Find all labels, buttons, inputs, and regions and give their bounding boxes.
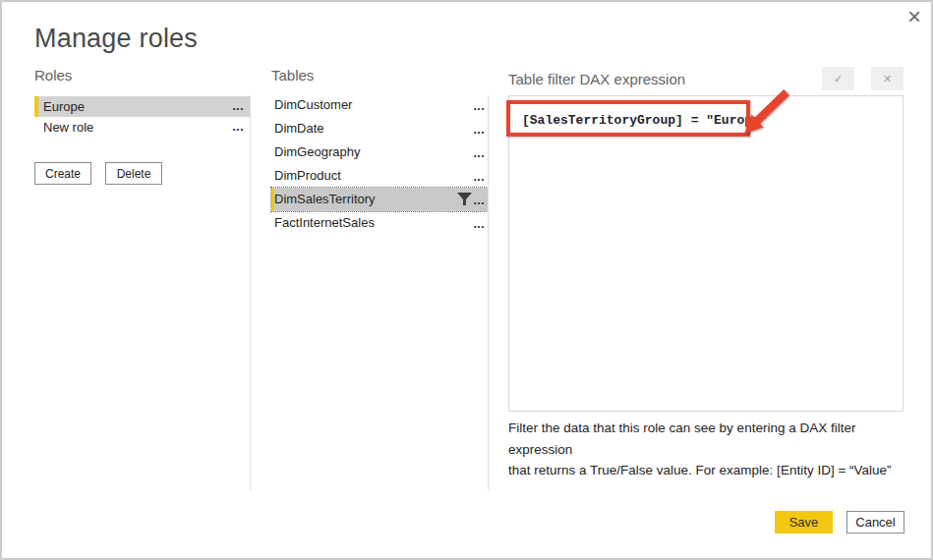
- more-options-icon[interactable]: ...: [473, 165, 485, 189]
- table-label: DimGeography: [274, 144, 360, 159]
- dax-help-line1: Filter the data that this role can see b…: [508, 418, 904, 460]
- dax-expression-text[interactable]: [SalesTerritoryGroup] = "Europe": [522, 113, 768, 128]
- more-options-icon[interactable]: ...: [473, 212, 485, 236]
- close-icon[interactable]: ×: [907, 4, 921, 29]
- more-options-icon[interactable]: ...: [473, 94, 485, 118]
- dax-help-text: Filter the data that this role can see b…: [508, 418, 904, 481]
- revert-expression-button[interactable]: ✕: [871, 67, 904, 90]
- table-label: DimDate: [274, 121, 324, 136]
- more-options-icon[interactable]: ...: [473, 118, 485, 141]
- role-label: New role: [43, 120, 93, 135]
- table-item-dimgeography[interactable]: DimGeography ...: [271, 140, 488, 164]
- delete-button[interactable]: Delete: [105, 162, 162, 185]
- role-buttons: Create Delete: [34, 162, 250, 185]
- table-item-dimdate[interactable]: DimDate ...: [271, 117, 488, 140]
- role-label: Europe: [43, 99, 85, 114]
- table-item-dimsalesterritory[interactable]: DimSalesTerritory ...: [271, 188, 488, 211]
- table-item-dimproduct[interactable]: DimProduct ...: [271, 164, 488, 188]
- table-label: DimSalesTerritory: [274, 192, 376, 206]
- more-options-icon[interactable]: ...: [473, 189, 485, 212]
- dax-header-row: Table filter DAX expression ✓ ✕: [508, 67, 904, 90]
- cancel-button[interactable]: Cancel: [846, 511, 904, 533]
- table-item-factinternetsales[interactable]: FactInternetSales ...: [271, 211, 488, 235]
- more-options-icon[interactable]: ...: [232, 96, 244, 117]
- more-options-icon[interactable]: ...: [232, 117, 244, 138]
- save-button[interactable]: Save: [775, 511, 833, 533]
- tables-panel: Tables DimCustomer ... DimDate ... DimGe…: [271, 67, 488, 235]
- dax-expression-editor[interactable]: [SalesTerritoryGroup] = "Europe": [508, 95, 904, 412]
- column-divider: [488, 95, 489, 490]
- dax-panel: Table filter DAX expression ✓ ✕ [SalesTe…: [508, 67, 904, 481]
- roles-panel: Roles Europe ... New role ... Create Del…: [34, 67, 250, 185]
- roles-header: Roles: [34, 67, 250, 84]
- tables-list: DimCustomer ... DimDate ... DimGeography…: [271, 93, 488, 235]
- table-label: DimCustomer: [274, 97, 352, 112]
- apply-expression-button[interactable]: ✓: [822, 67, 854, 90]
- tables-header: Tables: [271, 67, 488, 84]
- table-item-dimcustomer[interactable]: DimCustomer ...: [271, 93, 488, 117]
- table-label: DimProduct: [274, 168, 341, 183]
- column-divider: [250, 95, 251, 490]
- role-item-europe[interactable]: Europe ...: [34, 96, 250, 117]
- table-label: FactInternetSales: [274, 215, 375, 230]
- roles-list: Europe ... New role ...: [34, 96, 250, 138]
- dax-header: Table filter DAX expression: [508, 71, 805, 87]
- filter-icon: [457, 193, 472, 206]
- create-button[interactable]: Create: [34, 162, 91, 185]
- role-item-new-role[interactable]: New role ...: [34, 117, 250, 138]
- more-options-icon[interactable]: ...: [473, 141, 485, 165]
- dax-help-line2: that returns a True/False value. For exa…: [508, 460, 904, 481]
- manage-roles-dialog: × Manage roles Roles Europe ... New role…: [0, 0, 933, 560]
- dialog-title: Manage roles: [34, 24, 198, 54]
